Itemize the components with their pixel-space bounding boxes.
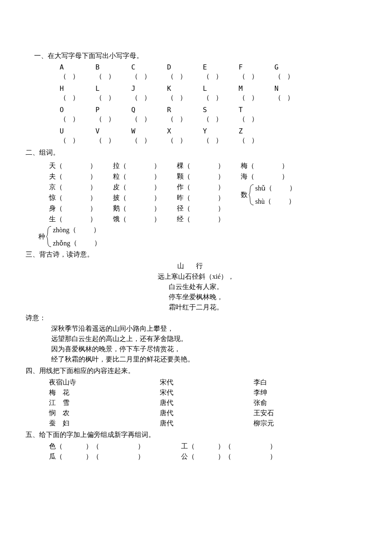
meaning-line: 因为喜爱枫林的晚景，停下车子尽情赏花， [51, 345, 366, 354]
letter-row: U V W X Y Z [60, 127, 366, 135]
poem-line: 远上寒山石径斜（xié）， [26, 272, 366, 281]
match-left[interactable]: 梅 花 [49, 388, 160, 397]
poem-line: 停车坐爱枫林晚， [26, 293, 366, 302]
brace-group-zhong: 种 zhòng（） zhǒng（） [38, 225, 366, 248]
letter: W [131, 127, 167, 135]
answer-blank[interactable]: （ ） [131, 115, 167, 124]
answer-blank[interactable]: （ ） [131, 136, 167, 145]
radical-char: 公 [181, 452, 188, 461]
letter: A [60, 63, 95, 71]
letter: R [167, 106, 203, 114]
letter-row: A B C D E F G [60, 63, 366, 71]
zuci-char: 昨 [177, 194, 184, 202]
answer-blank[interactable]: （ ） [274, 72, 310, 81]
zuci-char: 拉 [113, 162, 120, 171]
match-mid[interactable]: 唐代 [160, 399, 254, 408]
poem-line: 白云生处有人家。 [26, 283, 366, 292]
pinyin: zhòng [53, 226, 69, 234]
match-right[interactable]: 张俞 [254, 399, 322, 408]
answer-blank[interactable]: （ ） [95, 93, 131, 102]
meaning-block: 深秋季节沿着遥远的山间小路向上攀登， 远望那白云生起的高山之上，还有茅舍隐现。 … [51, 324, 366, 364]
pinyin: shù [255, 198, 265, 205]
zuci-char: 鹅 [113, 204, 120, 213]
zuci-char: 作 [177, 183, 184, 192]
answer-blank[interactable]: （ ） [60, 93, 95, 102]
brace-char: 数 [241, 191, 248, 199]
letter: M [239, 84, 274, 92]
section-5-title: 五、给下面的字加上偏旁组成新字再组词。 [26, 431, 366, 439]
bracket-row: （ ） （ ） （ ） （ ） （ ） （ ） （ ） [60, 72, 366, 81]
section-1-letters: A B C D E F G （ ） （ ） （ ） （ ） （ ） （ ） （ … [60, 63, 366, 145]
section-2-title: 二、组词。 [26, 148, 366, 157]
zuci-char: 披 [113, 194, 120, 202]
poem-line: 霜叶红于二月花。 [26, 303, 366, 312]
letter: X [167, 127, 203, 135]
section-4-title: 四、用线把下面相应的内容连起来。 [26, 367, 366, 376]
bracket-row: （ ） （ ） （ ） （ ） （ ） （ ） （ ） [60, 93, 366, 102]
answer-blank[interactable]: （ ） [167, 115, 203, 124]
answer-blank[interactable]: （ ） [203, 93, 239, 102]
letter-row: H L J K L M N [60, 84, 366, 92]
match-mid[interactable]: 宋代 [160, 388, 254, 397]
meaning-line: 深秋季节沿着遥远的山间小路向上攀登， [51, 324, 366, 333]
brace-char: 种 [38, 232, 45, 241]
letter: E [203, 63, 239, 71]
zuci-char: 皮 [113, 183, 120, 192]
answer-blank[interactable]: （ ） [239, 115, 274, 124]
answer-blank[interactable]: （ ） [203, 72, 239, 81]
answer-blank[interactable]: （ ） [95, 136, 131, 145]
match-right[interactable]: 李白 [254, 378, 322, 387]
match-right[interactable]: 柳宗元 [254, 419, 322, 428]
match-right[interactable]: 李绅 [254, 388, 322, 397]
zuci-char: 梅 [241, 162, 248, 171]
answer-blank[interactable]: （ ） [167, 72, 203, 81]
answer-blank[interactable]: （ ） [60, 72, 95, 81]
brace-icon [248, 184, 254, 206]
answer-blank[interactable]: （ ） [203, 136, 239, 145]
zuci-char: 生 [49, 215, 56, 224]
pinyin: zhǒng [53, 239, 70, 247]
answer-blank[interactable]: （ ） [131, 93, 167, 102]
answer-blank[interactable]: （ ） [239, 72, 274, 81]
section-5-block: 色 （） （） 工 （） （） 瓜 （） （） 公 （） （） [49, 442, 366, 461]
zuci-char: 身 [49, 204, 56, 213]
answer-blank[interactable]: （ ） [60, 136, 95, 145]
answer-blank[interactable]: （ ） [274, 93, 310, 102]
section-1-title: 一、在大写字母下面写出小写字母。 [34, 52, 366, 61]
meaning-line: 远望那白云生起的高山之上，还有茅舍隐现。 [51, 335, 366, 344]
answer-blank[interactable]: （ ） [239, 93, 274, 102]
match-mid[interactable]: 唐代 [160, 409, 254, 418]
match-left[interactable]: 悯 农 [49, 409, 160, 418]
answer-blank[interactable]: （ ） [167, 136, 203, 145]
zuci-char: 经 [177, 215, 184, 224]
poem: 山行 远上寒山石径斜（xié）， 白云生处有人家。 停车坐爱枫林晚， 霜叶红于二… [26, 262, 366, 312]
letter: V [95, 127, 131, 135]
answer-blank[interactable]: （ ） [131, 72, 167, 81]
answer-blank[interactable]: （ ） [60, 115, 95, 124]
letter: B [95, 63, 131, 71]
poem-title: 山行 [26, 262, 366, 271]
answer-blank[interactable]: （ ） [239, 136, 274, 145]
zuci-char: 夫 [49, 172, 56, 181]
answer-blank[interactable]: （ ） [203, 115, 239, 124]
zuci-char: 径 [177, 204, 184, 213]
answer-blank[interactable]: （ ） [95, 72, 131, 81]
letter: T [239, 106, 274, 114]
answer-blank[interactable]: （ ） [95, 115, 131, 124]
match-mid[interactable]: 唐代 [160, 419, 254, 428]
zuci-char: 粒 [113, 172, 120, 181]
radical-char: 工 [181, 442, 188, 451]
match-left[interactable]: 蚕 妇 [49, 419, 160, 428]
letter: U [60, 127, 95, 135]
letter: P [95, 106, 131, 114]
match-right[interactable]: 王安石 [254, 409, 322, 418]
zuci-char: 棵 [177, 162, 184, 171]
match-mid[interactable]: 宋代 [160, 378, 254, 387]
match-left[interactable]: 夜宿山寺 [49, 378, 160, 387]
zuci-char: 饿 [113, 215, 120, 224]
answer-blank[interactable]: （ ） [167, 93, 203, 102]
letter: L [95, 84, 131, 92]
letter: K [167, 84, 203, 92]
zuci-char: 京 [49, 183, 56, 192]
match-left[interactable]: 江 雪 [49, 399, 160, 408]
